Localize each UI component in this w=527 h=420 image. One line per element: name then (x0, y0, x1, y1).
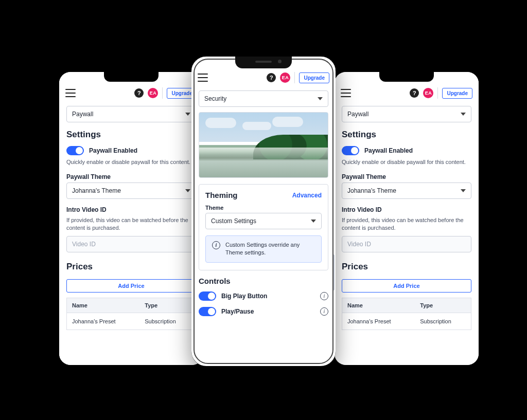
phone-center: ? EA Upgrade Security Theming Advanced T… (191, 57, 336, 366)
upgrade-button[interactable]: Upgrade (442, 88, 472, 99)
section-dropdown[interactable]: Security (199, 90, 328, 107)
paywall-enabled-label: Paywall Enabled (364, 147, 413, 154)
table-row[interactable]: Johanna's Preset Subscription (342, 313, 471, 330)
section-dropdown[interactable]: Paywall (66, 106, 196, 122)
divider (162, 87, 163, 99)
control-play-pause: Play/Pause i (191, 304, 336, 319)
topbar: ? EA Upgrade (191, 67, 336, 87)
help-icon[interactable]: ? (134, 88, 144, 98)
phone-left: ? EA Upgrade Paywall Settings Paywall En… (59, 72, 203, 365)
add-price-button[interactable]: Add Price (66, 279, 196, 293)
avatar[interactable]: EA (423, 88, 433, 98)
dropdown-value: Paywall (347, 111, 368, 118)
paywall-theme-value: Johanna's Theme (347, 187, 396, 194)
prices-title: Prices (342, 262, 471, 272)
theme-label: Theme (205, 205, 322, 211)
intro-video-id-help: If provided, this video can be watched b… (66, 216, 196, 232)
advanced-link[interactable]: Advanced (292, 192, 322, 199)
menu-icon[interactable] (198, 74, 208, 82)
theming-title: Theming (205, 191, 238, 199)
paywall-theme-label: Paywall Theme (342, 173, 471, 180)
upgrade-button[interactable]: Upgrade (299, 72, 329, 83)
chevron-down-icon (311, 220, 316, 223)
topbar: ? EA Upgrade (59, 82, 203, 103)
topbar: ? EA Upgrade (335, 82, 479, 103)
notch (104, 72, 159, 82)
paywall-enabled-toggle[interactable] (342, 146, 359, 155)
prices-title: Prices (66, 262, 196, 272)
controls-title: Controls (199, 277, 328, 285)
big-play-label: Big Play Button (221, 293, 315, 300)
add-price-button[interactable]: Add Price (342, 279, 471, 293)
chevron-down-icon (461, 189, 466, 192)
info-icon[interactable]: i (320, 307, 328, 316)
settings-title: Settings (66, 130, 196, 140)
video-preview[interactable] (199, 112, 328, 178)
play-pause-label: Play/Pause (221, 308, 315, 315)
paywall-enabled-help: Quickly enable or disable paywall for th… (342, 158, 471, 166)
paywall-enabled-label: Paywall Enabled (89, 147, 137, 154)
chevron-down-icon (461, 113, 466, 116)
notice-text: Custom Settings override any Theme setti… (225, 241, 315, 257)
paywall-enabled-help: Quickly enable or disable paywall for th… (66, 158, 196, 166)
cell-name: Johanna's Preset (67, 313, 140, 330)
divider (294, 72, 295, 83)
theme-dropdown[interactable]: Custom Settings (205, 213, 322, 229)
play-pause-toggle[interactable] (199, 307, 216, 316)
custom-settings-notice: i Custom Settings override any Theme set… (205, 235, 322, 263)
col-type: Type (139, 298, 196, 313)
settings-title: Settings (342, 130, 471, 140)
prices-table: Name Type Johanna's Preset Subscription (342, 298, 471, 330)
cell-name: Johanna's Preset (342, 313, 415, 330)
dropdown-value: Security (204, 95, 226, 102)
paywall-theme-value: Johanna's Theme (72, 187, 121, 194)
cell-type: Subscription (139, 313, 196, 330)
section-dropdown[interactable]: Paywall (342, 106, 471, 122)
prices-table: Name Type Johanna's Preset Subscription (66, 298, 196, 330)
scrollbar[interactable] (332, 254, 335, 290)
intro-video-id-label: Intro Video ID (342, 206, 471, 213)
chevron-down-icon (318, 97, 323, 100)
col-name: Name (67, 298, 140, 313)
paywall-theme-dropdown[interactable]: Johanna's Theme (66, 182, 196, 199)
phone-right: ? EA Upgrade Paywall Settings Paywall En… (335, 72, 479, 365)
col-name: Name (342, 298, 415, 313)
notch (379, 72, 434, 82)
dropdown-value: Paywall (72, 111, 93, 118)
intro-video-id-input[interactable] (66, 236, 196, 252)
cell-type: Subscription (415, 313, 471, 330)
notch (235, 57, 292, 68)
intro-video-id-input[interactable] (342, 236, 471, 252)
theming-card: Theming Advanced Theme Custom Settings i… (199, 184, 328, 270)
info-icon[interactable]: i (320, 292, 328, 300)
avatar[interactable]: EA (148, 88, 158, 98)
help-icon[interactable]: ? (267, 73, 276, 82)
intro-video-id-label: Intro Video ID (66, 206, 196, 213)
menu-icon[interactable] (341, 89, 351, 97)
table-row[interactable]: Johanna's Preset Subscription (67, 313, 196, 330)
chevron-down-icon (185, 189, 190, 192)
intro-video-id-help: If provided, this video can be watched b… (342, 216, 471, 232)
col-type: Type (415, 298, 471, 313)
control-big-play: Big Play Button i (191, 288, 336, 304)
chevron-down-icon (185, 113, 190, 116)
help-icon[interactable]: ? (410, 88, 419, 98)
big-play-toggle[interactable] (199, 291, 216, 301)
divider (437, 87, 438, 99)
paywall-theme-dropdown[interactable]: Johanna's Theme (342, 182, 471, 199)
info-icon: i (212, 241, 220, 249)
theme-value: Custom Settings (211, 217, 256, 225)
menu-icon[interactable] (65, 89, 76, 97)
avatar[interactable]: EA (280, 72, 290, 83)
paywall-theme-label: Paywall Theme (66, 173, 196, 180)
paywall-enabled-toggle[interactable] (66, 146, 84, 155)
